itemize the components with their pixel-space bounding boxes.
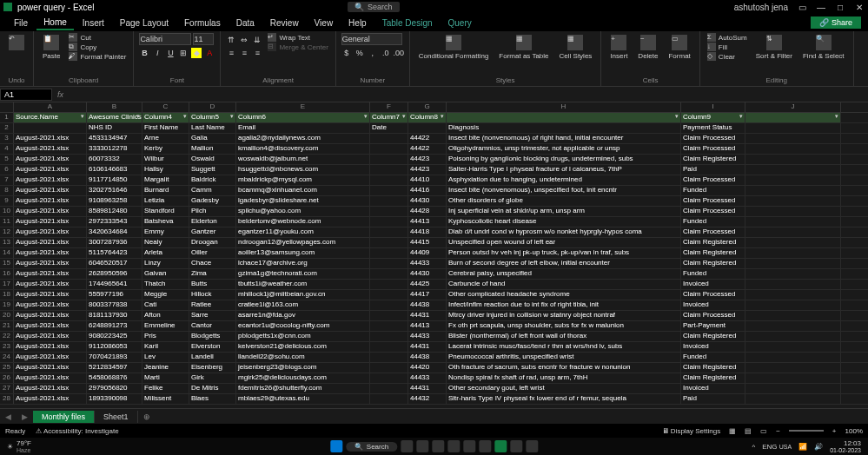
table-cell[interactable]: mgirk25@deliciousdays.com <box>236 373 370 383</box>
table-cell[interactable]: August-2021.xlsx <box>14 165 87 175</box>
table-cell[interactable]: 3007287936 <box>87 238 142 247</box>
table-cell[interactable]: August-2021.xlsx <box>14 186 87 195</box>
row-number[interactable]: 4 <box>0 144 14 154</box>
table-cell[interactable]: Other disorders of globe <box>447 196 681 206</box>
table-cell[interactable] <box>370 144 408 154</box>
table-cell[interactable]: 60073332 <box>87 155 142 164</box>
table-cell[interactable]: Unspecified open wound of left ear <box>447 238 681 247</box>
tab-data[interactable]: Data <box>229 16 262 30</box>
table-cell[interactable]: 44431 <box>408 342 447 352</box>
row-number[interactable]: 22 <box>0 332 14 341</box>
table-cell[interactable]: Hallsy <box>142 165 189 175</box>
table-cell[interactable]: Insect bite (nonvenomous) of right hand,… <box>447 134 681 143</box>
table-cell[interactable] <box>745 217 841 227</box>
table-cell[interactable] <box>745 144 841 154</box>
app-icon[interactable] <box>510 440 522 452</box>
table-cell[interactable] <box>370 165 408 175</box>
table-cell[interactable]: Ratlee <box>189 300 236 310</box>
table-cell[interactable]: 44428 <box>408 207 447 216</box>
table-cell[interactable] <box>370 134 408 143</box>
format-cells-button[interactable]: ▭Format <box>665 33 693 62</box>
table-cell[interactable]: Emmeline <box>142 321 189 331</box>
table-cell[interactable]: Claim Registered <box>681 248 745 258</box>
table-cell[interactable] <box>370 363 408 373</box>
cell-styles-button[interactable]: ▦Cell Styles <box>556 33 596 62</box>
table-cell[interactable]: 1744965641 <box>87 280 142 289</box>
table-cell[interactable] <box>370 269 408 279</box>
table-cell[interactable] <box>745 238 841 247</box>
table-cell[interactable]: Nealy <box>142 238 189 247</box>
table-cell[interactable] <box>370 155 408 164</box>
table-cell[interactable]: August-2021.xlsx <box>14 384 87 393</box>
table-cell[interactable]: August-2021.xlsx <box>14 342 87 352</box>
table-cell[interactable]: August-2021.xlsx <box>14 196 87 206</box>
table-cell[interactable]: 44410 <box>408 175 447 185</box>
table-cell[interactable] <box>745 300 841 310</box>
table-cell[interactable] <box>14 123 87 133</box>
table-cell[interactable]: August-2021.xlsx <box>14 217 87 227</box>
view-normal-icon[interactable]: ▦ <box>729 427 736 435</box>
tab-table-design[interactable]: Table Design <box>375 16 440 30</box>
table-cell[interactable]: Gadesby <box>189 196 236 206</box>
table-cell[interactable]: Nondisp spiral fx shaft of rad, unsp arm… <box>447 373 681 383</box>
explorer-icon[interactable] <box>416 440 428 452</box>
table-cell[interactable] <box>370 384 408 393</box>
table-cell[interactable] <box>370 321 408 331</box>
table-cell[interactable]: 44413 <box>408 217 447 227</box>
clock-time[interactable]: 12:03 <box>830 439 861 447</box>
tray-chevron-icon[interactable]: ^ <box>752 443 755 451</box>
tab-page-layout[interactable]: Page Layout <box>113 16 176 30</box>
clear-button[interactable]: ◇Clear <box>706 52 749 61</box>
table-cell[interactable]: Claim Registered <box>681 332 745 341</box>
table-cell[interactable] <box>745 196 841 206</box>
view-layout-icon[interactable]: ▤ <box>745 427 752 435</box>
table-cell[interactable]: 44416 <box>408 186 447 195</box>
table-cell[interactable]: Mallion <box>189 144 236 154</box>
table-cell[interactable]: Kerby <box>142 144 189 154</box>
table-cell[interactable]: Jeanine <box>142 363 189 373</box>
table-cell[interactable]: 6046520517 <box>87 259 142 268</box>
table-cell[interactable]: Emmy <box>142 228 189 237</box>
table-cell[interactable]: 2979056820 <box>87 384 142 393</box>
table-cell[interactable]: Oth fracture of sacrum, subs encntr for … <box>447 363 681 373</box>
table-cell[interactable]: Insect bite (nonvenomous), unspecified f… <box>447 186 681 195</box>
table-cell[interactable]: Pneumococcal arthritis, unspecified wris… <box>447 353 681 362</box>
table-cell[interactable]: Butts <box>189 280 236 289</box>
table-cell[interactable]: Letizia <box>142 196 189 206</box>
table-cell[interactable]: agalia2@nydailynews.com <box>236 134 370 143</box>
table-cell[interactable]: asarre1n@fda.gov <box>236 311 370 320</box>
format-painter-button[interactable]: 🖌Format Painter <box>67 52 128 61</box>
table-cell[interactable]: Meggie <box>142 290 189 300</box>
excel-taskbar-icon[interactable] <box>494 440 507 452</box>
fx-icon[interactable]: fx <box>52 90 69 99</box>
table-cell[interactable] <box>370 217 408 227</box>
bold-button[interactable]: B <box>139 48 149 58</box>
table-cell[interactable]: Carbuncle of hand <box>447 280 681 289</box>
table-cell[interactable]: 3333012278 <box>87 144 142 154</box>
table-cell[interactable] <box>745 248 841 258</box>
fill-color-button[interactable]: ◆ <box>191 48 202 58</box>
table-cell[interactable]: Standford <box>142 207 189 216</box>
app-icon[interactable] <box>526 440 538 452</box>
font-size-select[interactable] <box>193 33 214 45</box>
delete-cells-button[interactable]: −Delete <box>634 33 661 62</box>
table-cell[interactable]: NHS ID <box>87 123 142 133</box>
table-cell[interactable]: Invoiced <box>681 280 745 289</box>
table-cell[interactable]: 6248891273 <box>87 321 142 331</box>
table-cell[interactable]: Claim Processed <box>681 290 745 300</box>
row-number[interactable]: 12 <box>0 228 14 237</box>
row-number[interactable]: 2 <box>0 123 14 133</box>
table-cell[interactable]: Milissent <box>142 394 189 404</box>
merge-center-button[interactable]: ⊟Merge & Center <box>266 43 329 51</box>
table-header-cell[interactable]: Column6 <box>236 113 370 122</box>
row-number[interactable]: 7 <box>0 175 14 185</box>
name-box[interactable]: A1 <box>0 89 52 101</box>
table-cell[interactable]: hsuggettd@nbcnews.com <box>236 165 370 175</box>
table-cell[interactable]: 2628950596 <box>87 269 142 279</box>
table-cell[interactable] <box>745 373 841 383</box>
row-number[interactable]: 13 <box>0 238 14 247</box>
sheet-nav-next[interactable]: ▶ <box>17 412 33 421</box>
table-cell[interactable]: 7070421893 <box>87 353 142 362</box>
accessibility-status[interactable]: ⚠ Accessibility: Investigate <box>36 427 118 435</box>
col-D[interactable]: D <box>189 102 236 112</box>
